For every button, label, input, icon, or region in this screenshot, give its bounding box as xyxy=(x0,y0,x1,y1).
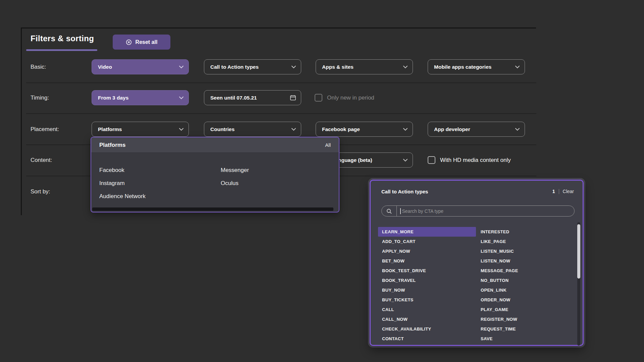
platform-option[interactable]: Oculus xyxy=(221,177,249,190)
divider xyxy=(559,189,559,194)
row-separator xyxy=(26,82,536,83)
cta-option[interactable]: BET_NOW xyxy=(378,256,476,266)
cta-option[interactable]: OPEN_LINK xyxy=(477,285,571,295)
cta-option[interactable]: BUY_NOW xyxy=(378,285,476,295)
page-title: Filters & sorting xyxy=(31,34,94,43)
chevron-down-icon xyxy=(289,128,296,131)
apps-sites-dropdown[interactable]: Apps & sites xyxy=(316,59,413,74)
dropdown-label: Platforms xyxy=(98,126,122,132)
checkbox-icon[interactable] xyxy=(428,156,435,164)
seen-until-date-picker[interactable]: Seen until 07.05.21 xyxy=(204,90,301,105)
cta-option[interactable]: CALL_NOW xyxy=(378,314,476,324)
screen: Filters & sorting Reset all Basic: Video… xyxy=(0,0,644,362)
period-dropdown[interactable]: From 3 days xyxy=(92,90,189,105)
horizontal-scrollbar[interactable] xyxy=(92,207,333,211)
cta-types-panel: Call to Action types 1 Clear LEARN_MORE … xyxy=(370,180,584,346)
hd-media-checkbox[interactable]: With HD media content only xyxy=(428,153,511,168)
chevron-down-icon xyxy=(400,66,408,68)
cta-option[interactable]: INTERESTED xyxy=(477,227,571,237)
row-sort-label: Sort by: xyxy=(31,184,50,199)
platforms-dropdown[interactable]: Platforms xyxy=(92,122,189,137)
row-timing: Timing: From 3 days Seen until 07.05.21 … xyxy=(22,90,536,105)
dropdown-label: Apps & sites xyxy=(322,64,354,70)
video-dropdown[interactable]: Video xyxy=(92,59,189,74)
chevron-down-icon xyxy=(513,128,520,131)
cta-option[interactable]: CALL xyxy=(378,305,476,314)
cta-option[interactable]: SAVE xyxy=(477,334,571,344)
clear-button[interactable]: Clear xyxy=(563,189,574,194)
cta-option[interactable]: REQUEST_TIME xyxy=(477,324,571,334)
cta-types-dropdown[interactable]: Call to Action types xyxy=(204,59,301,74)
platforms-select-all[interactable]: All xyxy=(325,142,331,148)
cta-option[interactable]: NO_BUTTON xyxy=(477,276,571,285)
cta-option-selected[interactable]: LEARN_MORE xyxy=(378,227,476,237)
cta-option[interactable]: LIKE_PAGE xyxy=(477,237,571,246)
cta-option[interactable]: BOOK_TRAVEL xyxy=(378,276,476,285)
dropdown-label: Video xyxy=(98,64,112,70)
cta-option[interactable]: ORDER_NOW xyxy=(477,295,571,305)
platform-option[interactable]: Facebook xyxy=(99,164,146,177)
cta-option[interactable]: CONTACT xyxy=(378,334,476,344)
cta-option[interactable]: BOOK_TEST_DRIVE xyxy=(378,266,476,276)
checkbox-icon[interactable] xyxy=(315,94,322,102)
title-underline xyxy=(26,49,97,51)
row-placement: Placement: Platforms Countries Facebook … xyxy=(22,122,536,137)
row-content-label: Content: xyxy=(31,153,52,168)
calendar-icon xyxy=(287,95,296,101)
mobile-apps-categories-dropdown[interactable]: Mobile apps categories xyxy=(428,59,525,74)
platform-option[interactable]: Messenger xyxy=(221,164,249,177)
platforms-column-1: Facebook Instagram Audience Network xyxy=(99,164,146,203)
cta-option[interactable]: BUY_TICKETS xyxy=(378,295,476,305)
row-basic: Basic: Video Call to Action types Apps &… xyxy=(22,59,536,74)
cta-option[interactable]: CHECK_AVAILABILITY xyxy=(378,324,476,334)
reset-icon xyxy=(126,39,132,45)
cta-option[interactable]: LISTEN_MUSIC xyxy=(477,246,571,256)
cta-column-1: LEARN_MORE ADD_TO_CART APPLY_NOW BET_NOW… xyxy=(378,227,476,344)
platforms-column-2: Messenger Oculus xyxy=(221,164,249,190)
chevron-down-icon xyxy=(513,66,520,68)
dropdown-label: Call to Action types xyxy=(210,64,259,70)
chevron-down-icon xyxy=(176,128,183,131)
platform-option[interactable]: Audience Network xyxy=(99,190,146,203)
reset-all-button[interactable]: Reset all xyxy=(113,35,170,50)
text-cursor xyxy=(400,208,401,214)
platforms-panel-title: Platforms xyxy=(99,142,125,148)
cta-option[interactable]: LISTEN_NOW xyxy=(477,256,571,266)
dropdown-label: Facebook page xyxy=(322,126,360,132)
selected-count-badge: 1 xyxy=(552,189,555,194)
cta-option[interactable]: PLAY_GAME xyxy=(477,305,571,314)
cta-search-bar[interactable] xyxy=(381,205,575,217)
cta-panel-header: Call to Action types 1 Clear xyxy=(371,185,583,198)
dropdown-label: Mobile apps categories xyxy=(434,64,491,70)
dropdown-label: Countries xyxy=(210,126,234,132)
scrollbar-track[interactable] xyxy=(577,222,580,346)
dropdown-label: Seen until 07.05.21 xyxy=(210,95,257,101)
reset-all-label: Reset all xyxy=(136,39,158,45)
dropdown-label: From 3 days xyxy=(98,95,128,101)
chevron-down-icon xyxy=(400,159,408,162)
countries-dropdown[interactable]: Countries xyxy=(204,122,301,137)
cta-option[interactable]: ADD_TO_CART xyxy=(378,237,476,246)
cta-option[interactable]: MESSAGE_PAGE xyxy=(477,266,571,276)
chevron-down-icon xyxy=(289,66,296,68)
checkbox-label: Only new in period xyxy=(327,95,374,101)
platforms-dropdown-panel: Platforms All Facebook Instagram Audienc… xyxy=(91,137,339,213)
cta-option[interactable]: APPLY_NOW xyxy=(378,246,476,256)
row-separator xyxy=(26,113,536,114)
cta-option[interactable]: REGISTER_NOW xyxy=(477,314,571,324)
row-placement-label: Placement: xyxy=(31,122,59,137)
only-new-in-period-checkbox[interactable]: Only new in period xyxy=(315,90,374,105)
app-developer-dropdown[interactable]: App developer xyxy=(428,122,525,137)
chevron-down-icon xyxy=(176,66,183,68)
chevron-down-icon xyxy=(176,97,183,99)
facebook-page-dropdown[interactable]: Facebook page xyxy=(316,122,413,137)
scrollbar-thumb[interactable] xyxy=(577,224,580,279)
chevron-down-icon xyxy=(400,128,408,131)
cta-search-input[interactable] xyxy=(402,208,575,214)
dropdown-label: App developer xyxy=(434,126,470,132)
row-basic-label: Basic: xyxy=(31,59,46,74)
platform-option[interactable]: Instagram xyxy=(99,177,146,190)
checkbox-label: With HD media content only xyxy=(440,157,511,164)
platforms-panel-header: Platforms All xyxy=(91,137,339,153)
search-icon[interactable] xyxy=(382,206,397,216)
